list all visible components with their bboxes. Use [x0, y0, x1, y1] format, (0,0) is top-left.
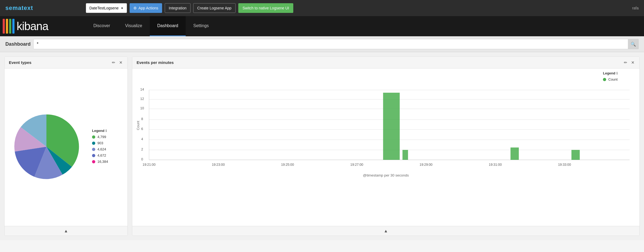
legend-dot-3 [92, 154, 95, 157]
svg-text:6: 6 [141, 127, 143, 131]
search-button[interactable]: 🔍 [628, 39, 639, 49]
pencil-icon-2: ✏ [624, 60, 627, 65]
svg-text:19:27:00: 19:27:00 [350, 163, 363, 167]
svg-marker-19 [383, 93, 400, 160]
pie-chart [9, 109, 84, 185]
events-per-minute-header: Events per minutes ✏ ✕ [132, 57, 639, 69]
integration-button[interactable]: Integration [165, 3, 191, 13]
event-types-body: Legend ℹ 4,799 903 4,624 [5, 69, 127, 226]
chevron-up-icon: ▲ [64, 229, 68, 233]
svg-marker-21 [511, 147, 519, 160]
events-per-minute-body: Legend ℹ Count 14 12 10 8 6 [132, 69, 639, 226]
legend-dot-2 [92, 148, 95, 151]
events-per-minute-collapse-button[interactable]: ▲ [384, 229, 388, 233]
chart-legend-dot-0 [603, 78, 606, 81]
search-icon: 🔍 [631, 42, 636, 47]
search-bar: Dashboard 🔍 [0, 36, 644, 52]
svg-text:14: 14 [140, 88, 144, 91]
legend-item-0: 4,799 [92, 135, 124, 139]
event-types-actions: ✏ ✕ [111, 60, 123, 66]
svg-text:0: 0 [141, 157, 143, 161]
event-types-close-button[interactable]: ✕ [119, 60, 123, 66]
pie-container: Legend ℹ 4,799 903 4,624 [9, 109, 123, 185]
svg-text:4: 4 [141, 137, 143, 141]
chevron-up-icon-2: ▲ [384, 229, 388, 233]
search-input[interactable] [33, 39, 639, 49]
events-per-minute-actions: ✏ ✕ [623, 60, 635, 66]
top-bar: sematext DateTestLogsene ▼ ⚙ App Actions… [0, 0, 644, 16]
switch-ui-button[interactable]: Switch to native Logsene UI [238, 3, 294, 13]
close-icon-2: ✕ [631, 60, 635, 65]
svg-text:10: 10 [140, 106, 144, 110]
event-types-header: Event types ✏ ✕ [5, 57, 127, 69]
app-actions-button[interactable]: ⚙ App Actions [130, 3, 162, 13]
stripe-orange [6, 19, 8, 34]
create-logsene-button[interactable]: Create Logsene App [193, 3, 236, 13]
search-input-wrap: 🔍 [33, 39, 639, 49]
svg-text:19:29:00: 19:29:00 [420, 163, 433, 167]
legend-item-2: 4,624 [92, 147, 124, 151]
legend-item-4: 16,384 [92, 160, 124, 164]
nav-controls: DateTestLogsene ▼ ⚙ App Actions Integrat… [86, 3, 632, 13]
info-icon-2: ℹ [616, 71, 618, 75]
pencil-icon: ✏ [112, 60, 115, 65]
user-label: rafa [632, 6, 639, 10]
sematext-prefix: sema [5, 5, 21, 11]
stripe-red [3, 19, 5, 34]
svg-marker-22 [572, 150, 580, 160]
event-types-panel: Event types ✏ ✕ [4, 56, 128, 236]
pie-legend-title: Legend ℹ [92, 129, 124, 133]
chart-legend-area: Legend ℹ Count [137, 71, 635, 84]
legend-item-3: 4,672 [92, 153, 124, 157]
events-per-minute-edit-button[interactable]: ✏ [623, 60, 628, 66]
kibana-logo: kibana [0, 19, 86, 34]
event-types-footer[interactable]: ▲ [5, 226, 127, 236]
pie-legend: Legend ℹ 4,799 903 4,624 [92, 129, 124, 166]
kibana-nav: Discover Visualize Dashboard Settings [86, 16, 216, 36]
svg-text:12: 12 [140, 97, 144, 101]
events-per-minute-title: Events per minutes [137, 60, 174, 65]
legend-item-1: 903 [92, 141, 124, 145]
info-icon: ℹ [105, 129, 107, 133]
chart-legend-title: Legend ℹ [603, 71, 635, 75]
legend-dot-4 [92, 160, 95, 163]
event-types-title: Event types [9, 60, 31, 65]
close-icon: ✕ [119, 60, 123, 65]
events-per-minute-panel: Events per minutes ✏ ✕ Legend ℹ [132, 56, 640, 236]
sematext-suffix: text [21, 5, 33, 11]
kibana-title: kibana [17, 20, 48, 33]
nav-dashboard[interactable]: Dashboard [150, 16, 186, 36]
chevron-down-icon: ▼ [121, 7, 123, 10]
svg-text:Count: Count [137, 121, 140, 130]
nav-discover[interactable]: Discover [86, 16, 118, 36]
svg-text:8: 8 [141, 117, 143, 121]
svg-text:19:25:00: 19:25:00 [281, 163, 294, 167]
dashboard-label: Dashboard [5, 41, 31, 47]
legend-dot-0 [92, 135, 95, 139]
kibana-bar: kibana Discover Visualize Dashboard Sett… [0, 16, 644, 36]
chart-svg-wrap: 14 12 10 8 6 4 2 0 Count [137, 85, 635, 222]
svg-text:19:33:00: 19:33:00 [558, 163, 571, 167]
nav-visualize[interactable]: Visualize [118, 16, 150, 36]
logo-area: sematext [0, 5, 86, 12]
event-types-collapse-button[interactable]: ▲ [64, 229, 68, 233]
stripe-green [9, 19, 11, 34]
svg-marker-20 [402, 150, 408, 160]
event-types-edit-button[interactable]: ✏ [111, 60, 116, 66]
stripe-blue [12, 19, 14, 34]
svg-text:19:31:00: 19:31:00 [489, 163, 502, 167]
events-per-minute-footer[interactable]: ▲ [132, 226, 639, 236]
svg-text:19:23:00: 19:23:00 [212, 163, 225, 167]
events-per-minute-close-button[interactable]: ✕ [631, 60, 635, 66]
app-selector-value: DateTestLogsene [89, 6, 119, 10]
chart-legend: Legend ℹ Count [603, 71, 635, 84]
svg-text:2: 2 [141, 147, 143, 151]
svg-text:@timestamp per 30 seconds: @timestamp per 30 seconds [363, 173, 409, 177]
app-selector[interactable]: DateTestLogsene ▼ [86, 3, 127, 13]
sematext-logo: sematext [5, 5, 33, 12]
chart-legend-item-0: Count [603, 77, 635, 81]
gear-icon: ⚙ [133, 6, 137, 10]
svg-text:19:21:00: 19:21:00 [142, 163, 155, 167]
nav-settings[interactable]: Settings [186, 16, 216, 36]
legend-dot-1 [92, 142, 95, 145]
